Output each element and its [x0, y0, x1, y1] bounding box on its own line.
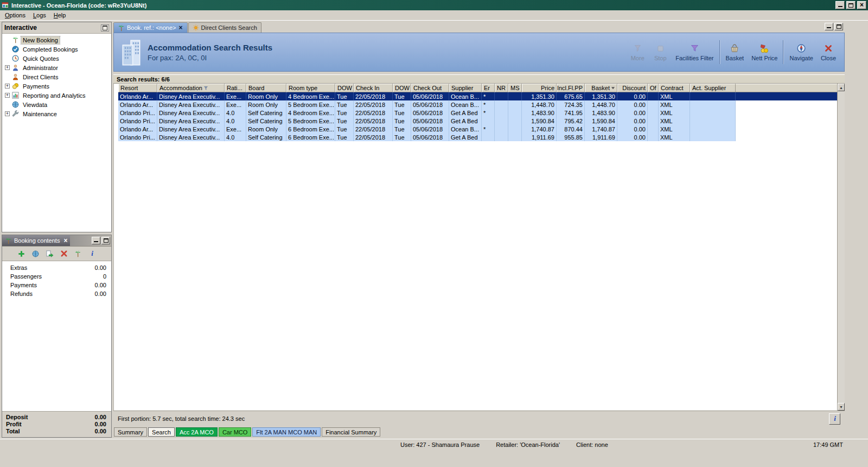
- column-header-basket[interactable]: Basket: [585, 84, 617, 92]
- result-row[interactable]: Orlando Ar...Disney Area Executiv...Exe.…: [118, 92, 837, 100]
- tab-flt-2a-man-mco-man[interactable]: Flt 2A MAN MCO MAN: [252, 427, 321, 437]
- tab-book-ref-none[interactable]: Book. ref.: <none>×: [113, 22, 188, 33]
- sidebar-item-completed-bookings[interactable]: Completed Bookings: [2, 45, 111, 54]
- globe-icon[interactable]: [31, 249, 40, 258]
- result-row[interactable]: Orlando Ar...Disney Area Executiv...Exe.…: [118, 100, 736, 109]
- column-header-accommodation[interactable]: Accommodation: [157, 84, 225, 92]
- toolbar-button-nett-price[interactable]: Nett Price: [748, 41, 781, 63]
- expand-icon[interactable]: +: [5, 111, 10, 116]
- panel-restore-button[interactable]: [101, 237, 110, 244]
- navigate-icon: [796, 43, 806, 54]
- column-header-act-supplier[interactable]: Act. Supplier: [690, 84, 736, 92]
- column-header-contract[interactable]: Contract: [659, 84, 690, 92]
- sidebar-item-label: Administrator: [21, 64, 60, 72]
- window-minimize-button[interactable]: [835, 1, 845, 9]
- info-button[interactable]: i: [829, 413, 840, 425]
- row-label: Payments: [10, 282, 37, 288]
- menu-help[interactable]: Help: [50, 11, 70, 20]
- column-header-price[interactable]: Price: [522, 84, 557, 92]
- expand-icon[interactable]: +: [5, 84, 10, 89]
- result-row[interactable]: Orlando Pri...Disney Area Executiv...4.0…: [118, 109, 736, 117]
- info-icon[interactable]: i: [88, 249, 97, 258]
- column-header-check-out[interactable]: Check Out: [411, 84, 449, 92]
- cell-room-type: 4 Bedroom Exe...: [286, 109, 335, 117]
- toolbar-button-navigate[interactable]: Navigate: [786, 41, 816, 63]
- cell-price: 1,351.30: [522, 92, 557, 100]
- cell-accommodation: Disney Area Executiv...: [157, 133, 225, 141]
- filter-icon[interactable]: [203, 86, 208, 91]
- toolbar-button-facilities-filter[interactable]: Facilities Filter: [672, 41, 717, 63]
- tab-search[interactable]: Search: [148, 427, 175, 437]
- result-row[interactable]: Orlando Pri...Disney Area Executiv...4.0…: [118, 117, 736, 125]
- cell-dow: Tue: [393, 125, 411, 133]
- scroll-down-icon[interactable]: ▼: [838, 403, 845, 411]
- add-icon[interactable]: [17, 249, 26, 258]
- sort-icon[interactable]: [611, 86, 615, 90]
- column-header-check-in[interactable]: Check In: [354, 84, 393, 92]
- window-bottom-filler: [0, 450, 868, 467]
- sidebar-item-administrator[interactable]: +Administrator: [2, 63, 111, 72]
- expand-icon[interactable]: +: [5, 93, 10, 98]
- panel-collapse-button[interactable]: [101, 24, 109, 31]
- close-tab-icon[interactable]: ×: [178, 24, 183, 31]
- search-timing-label: First portion: 5.7 sec, total search tim…: [118, 415, 245, 422]
- menu-options[interactable]: Options: [1, 11, 29, 20]
- send-icon[interactable]: [46, 249, 54, 258]
- vertical-scrollbar[interactable]: ▲ ▼: [837, 84, 845, 411]
- palm-icon[interactable]: [74, 249, 82, 258]
- sidebar-item-quick-quotes[interactable]: Quick Quotes: [2, 54, 111, 63]
- cell-discount: 0.00: [617, 92, 648, 100]
- cell-dow: Tue: [393, 133, 411, 141]
- column-header-discount[interactable]: Discount: [617, 84, 648, 92]
- toolbar-button-close[interactable]: Close: [817, 41, 840, 63]
- sidebar-item-viewdata[interactable]: Viewdata: [2, 100, 111, 109]
- cell-dow: Tue: [393, 92, 411, 100]
- tab-summary[interactable]: Summary: [114, 427, 147, 437]
- more-icon: [633, 43, 642, 54]
- column-header-er[interactable]: Er: [482, 84, 495, 92]
- booking-contents-tab[interactable]: Booking contents ×: [2, 235, 70, 246]
- sidebar-item-reporting-and-analytics[interactable]: +Reporting and Analytics: [2, 91, 111, 100]
- column-header-dow[interactable]: DOW: [393, 84, 411, 92]
- menu-logs[interactable]: Logs: [29, 11, 50, 20]
- cell-check-out: 05/06/2018: [411, 133, 449, 141]
- view-restore-button[interactable]: [834, 23, 843, 30]
- column-header-room-type[interactable]: Room type: [286, 84, 335, 92]
- cell-incl-fl-pp: 870.44: [557, 125, 585, 133]
- column-header-of[interactable]: Of: [648, 84, 659, 92]
- tab-financial-summary[interactable]: Financial Summary: [322, 427, 380, 437]
- delete-icon[interactable]: [60, 249, 68, 258]
- toolbar-button-basket[interactable]: Basket: [722, 41, 748, 63]
- column-header-rati[interactable]: Rati...: [225, 84, 246, 92]
- check-icon: [12, 46, 19, 53]
- panel-minimize-button[interactable]: [92, 237, 100, 244]
- tab-acc-2a-mco[interactable]: Acc 2A MCO: [176, 427, 218, 437]
- sidebar-item-direct-clients[interactable]: Direct Clients: [2, 72, 111, 81]
- sidebar-item-maintenance[interactable]: +Maintenance: [2, 109, 111, 118]
- window-close-button[interactable]: ×: [857, 1, 866, 9]
- result-row[interactable]: Orlando Pri...Disney Area Executiv...4.0…: [118, 133, 736, 141]
- cell-contract: XML: [659, 133, 690, 141]
- expand-icon[interactable]: +: [5, 65, 10, 70]
- column-header-nr[interactable]: NR: [495, 84, 508, 92]
- toolbar-button-label: Basket: [726, 55, 744, 61]
- column-header-dow[interactable]: DOW: [335, 84, 354, 92]
- column-header-incl-fl-pp[interactable]: Incl.Fl.PP: [557, 84, 585, 92]
- sidebar-item-payments[interactable]: +Payments: [2, 81, 111, 91]
- sidebar-item-new-booking[interactable]: New Booking: [2, 35, 111, 45]
- tab-car-mco[interactable]: Car MCO: [219, 427, 251, 437]
- chart-icon: [12, 92, 19, 99]
- view-minimize-button[interactable]: [825, 23, 833, 30]
- cell-check-in: 22/05/2018: [354, 100, 393, 109]
- close-panel-icon[interactable]: ×: [63, 237, 67, 244]
- column-header-resort[interactable]: Resort: [118, 84, 157, 92]
- cell-of: [648, 117, 659, 125]
- tab-direct-clients-search[interactable]: Direct Clients Search: [188, 22, 261, 33]
- column-header-board[interactable]: Board: [246, 84, 286, 92]
- column-header-supplier[interactable]: Supplier: [449, 84, 482, 92]
- result-row[interactable]: Orlando Ar...Disney Area Executiv...Exe.…: [118, 125, 736, 133]
- cell-nr: [495, 109, 508, 117]
- window-maximize-button[interactable]: [846, 1, 856, 9]
- scroll-up-icon[interactable]: ▲: [838, 84, 845, 91]
- column-header-ms[interactable]: MS: [508, 84, 522, 92]
